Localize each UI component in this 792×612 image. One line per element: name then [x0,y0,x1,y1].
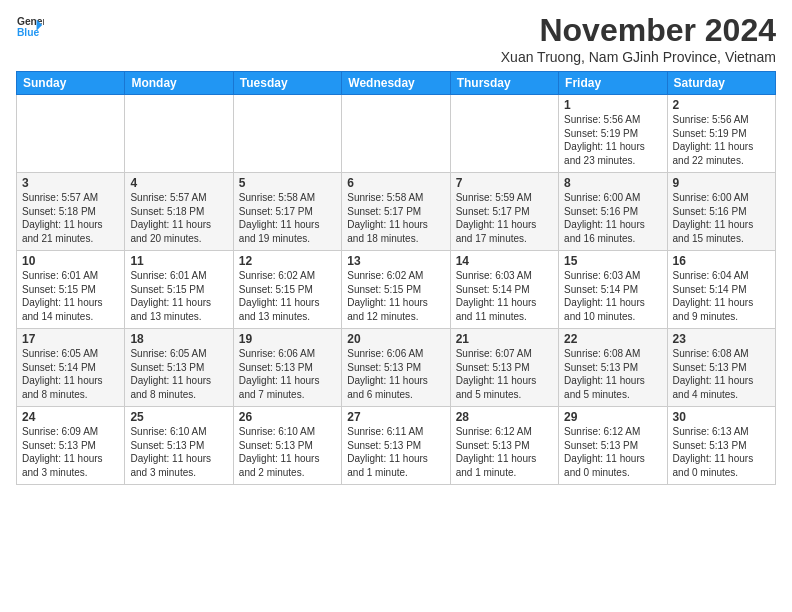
day-info: Sunrise: 6:09 AM Sunset: 5:13 PM Dayligh… [22,425,119,479]
day-number: 18 [130,332,227,346]
col-thursday: Thursday [450,72,558,95]
cell-1-6: 9Sunrise: 6:00 AM Sunset: 5:16 PM Daylig… [667,173,775,251]
logo: General Blue [16,12,44,40]
main-title: November 2024 [501,12,776,49]
day-info: Sunrise: 6:03 AM Sunset: 5:14 PM Dayligh… [456,269,553,323]
cell-2-0: 10Sunrise: 6:01 AM Sunset: 5:15 PM Dayli… [17,251,125,329]
col-saturday: Saturday [667,72,775,95]
day-info: Sunrise: 6:12 AM Sunset: 5:13 PM Dayligh… [564,425,661,479]
col-sunday: Sunday [17,72,125,95]
col-monday: Monday [125,72,233,95]
day-number: 14 [456,254,553,268]
cell-0-1 [125,95,233,173]
cell-3-5: 22Sunrise: 6:08 AM Sunset: 5:13 PM Dayli… [559,329,667,407]
week-row-4: 24Sunrise: 6:09 AM Sunset: 5:13 PM Dayli… [17,407,776,485]
cell-0-2 [233,95,341,173]
day-number: 10 [22,254,119,268]
cell-3-3: 20Sunrise: 6:06 AM Sunset: 5:13 PM Dayli… [342,329,450,407]
day-info: Sunrise: 5:59 AM Sunset: 5:17 PM Dayligh… [456,191,553,245]
day-number: 27 [347,410,444,424]
col-friday: Friday [559,72,667,95]
subtitle: Xuan Truong, Nam GJinh Province, Vietnam [501,49,776,65]
col-wednesday: Wednesday [342,72,450,95]
calendar-table: Sunday Monday Tuesday Wednesday Thursday… [16,71,776,485]
day-number: 2 [673,98,770,112]
day-info: Sunrise: 6:10 AM Sunset: 5:13 PM Dayligh… [130,425,227,479]
day-info: Sunrise: 6:02 AM Sunset: 5:15 PM Dayligh… [347,269,444,323]
logo-icon: General Blue [16,12,44,40]
day-info: Sunrise: 6:12 AM Sunset: 5:13 PM Dayligh… [456,425,553,479]
day-info: Sunrise: 6:01 AM Sunset: 5:15 PM Dayligh… [22,269,119,323]
week-row-0: 1Sunrise: 5:56 AM Sunset: 5:19 PM Daylig… [17,95,776,173]
day-number: 22 [564,332,661,346]
day-number: 30 [673,410,770,424]
day-number: 3 [22,176,119,190]
day-number: 23 [673,332,770,346]
cell-2-5: 15Sunrise: 6:03 AM Sunset: 5:14 PM Dayli… [559,251,667,329]
cell-1-2: 5Sunrise: 5:58 AM Sunset: 5:17 PM Daylig… [233,173,341,251]
day-info: Sunrise: 5:56 AM Sunset: 5:19 PM Dayligh… [673,113,770,167]
page: General Blue November 2024 Xuan Truong, … [0,0,792,493]
cell-0-0 [17,95,125,173]
cell-4-5: 29Sunrise: 6:12 AM Sunset: 5:13 PM Dayli… [559,407,667,485]
cell-4-4: 28Sunrise: 6:12 AM Sunset: 5:13 PM Dayli… [450,407,558,485]
day-info: Sunrise: 5:58 AM Sunset: 5:17 PM Dayligh… [347,191,444,245]
cell-0-5: 1Sunrise: 5:56 AM Sunset: 5:19 PM Daylig… [559,95,667,173]
day-number: 6 [347,176,444,190]
week-row-1: 3Sunrise: 5:57 AM Sunset: 5:18 PM Daylig… [17,173,776,251]
day-number: 20 [347,332,444,346]
day-number: 25 [130,410,227,424]
svg-text:Blue: Blue [17,27,40,38]
day-info: Sunrise: 6:08 AM Sunset: 5:13 PM Dayligh… [564,347,661,401]
day-info: Sunrise: 6:02 AM Sunset: 5:15 PM Dayligh… [239,269,336,323]
day-number: 26 [239,410,336,424]
day-number: 1 [564,98,661,112]
col-tuesday: Tuesday [233,72,341,95]
week-row-2: 10Sunrise: 6:01 AM Sunset: 5:15 PM Dayli… [17,251,776,329]
day-info: Sunrise: 6:13 AM Sunset: 5:13 PM Dayligh… [673,425,770,479]
cell-2-3: 13Sunrise: 6:02 AM Sunset: 5:15 PM Dayli… [342,251,450,329]
day-info: Sunrise: 6:04 AM Sunset: 5:14 PM Dayligh… [673,269,770,323]
day-number: 9 [673,176,770,190]
day-number: 13 [347,254,444,268]
cell-0-6: 2Sunrise: 5:56 AM Sunset: 5:19 PM Daylig… [667,95,775,173]
cell-2-2: 12Sunrise: 6:02 AM Sunset: 5:15 PM Dayli… [233,251,341,329]
cell-1-3: 6Sunrise: 5:58 AM Sunset: 5:17 PM Daylig… [342,173,450,251]
cell-3-0: 17Sunrise: 6:05 AM Sunset: 5:14 PM Dayli… [17,329,125,407]
header-row: Sunday Monday Tuesday Wednesday Thursday… [17,72,776,95]
day-number: 24 [22,410,119,424]
day-number: 28 [456,410,553,424]
cell-0-3 [342,95,450,173]
day-number: 12 [239,254,336,268]
day-info: Sunrise: 6:06 AM Sunset: 5:13 PM Dayligh… [347,347,444,401]
day-number: 7 [456,176,553,190]
day-info: Sunrise: 6:10 AM Sunset: 5:13 PM Dayligh… [239,425,336,479]
day-info: Sunrise: 5:58 AM Sunset: 5:17 PM Dayligh… [239,191,336,245]
title-block: November 2024 Xuan Truong, Nam GJinh Pro… [501,12,776,65]
week-row-3: 17Sunrise: 6:05 AM Sunset: 5:14 PM Dayli… [17,329,776,407]
day-number: 5 [239,176,336,190]
cell-1-4: 7Sunrise: 5:59 AM Sunset: 5:17 PM Daylig… [450,173,558,251]
day-number: 16 [673,254,770,268]
day-info: Sunrise: 5:57 AM Sunset: 5:18 PM Dayligh… [22,191,119,245]
day-number: 11 [130,254,227,268]
cell-2-1: 11Sunrise: 6:01 AM Sunset: 5:15 PM Dayli… [125,251,233,329]
cell-1-5: 8Sunrise: 6:00 AM Sunset: 5:16 PM Daylig… [559,173,667,251]
day-info: Sunrise: 6:00 AM Sunset: 5:16 PM Dayligh… [564,191,661,245]
day-number: 15 [564,254,661,268]
cell-4-1: 25Sunrise: 6:10 AM Sunset: 5:13 PM Dayli… [125,407,233,485]
day-number: 29 [564,410,661,424]
cell-3-6: 23Sunrise: 6:08 AM Sunset: 5:13 PM Dayli… [667,329,775,407]
cell-4-0: 24Sunrise: 6:09 AM Sunset: 5:13 PM Dayli… [17,407,125,485]
day-number: 8 [564,176,661,190]
day-info: Sunrise: 6:05 AM Sunset: 5:13 PM Dayligh… [130,347,227,401]
day-number: 21 [456,332,553,346]
cell-1-1: 4Sunrise: 5:57 AM Sunset: 5:18 PM Daylig… [125,173,233,251]
day-info: Sunrise: 6:06 AM Sunset: 5:13 PM Dayligh… [239,347,336,401]
day-number: 19 [239,332,336,346]
cell-4-2: 26Sunrise: 6:10 AM Sunset: 5:13 PM Dayli… [233,407,341,485]
cell-0-4 [450,95,558,173]
cell-2-6: 16Sunrise: 6:04 AM Sunset: 5:14 PM Dayli… [667,251,775,329]
day-info: Sunrise: 6:11 AM Sunset: 5:13 PM Dayligh… [347,425,444,479]
day-info: Sunrise: 6:08 AM Sunset: 5:13 PM Dayligh… [673,347,770,401]
